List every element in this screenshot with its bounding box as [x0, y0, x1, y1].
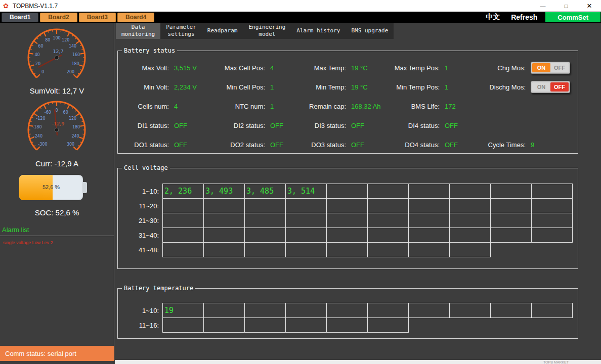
table-row: 1~10:2, 2363, 4933, 4853, 514	[119, 184, 573, 199]
status-field-value: OFF	[270, 122, 283, 129]
status-field: DO3 status:OFF	[295, 141, 384, 149]
value-cell	[244, 228, 286, 243]
value-cell	[326, 242, 368, 257]
off-segment[interactable]: OFF	[550, 82, 569, 92]
value-cell	[285, 213, 327, 228]
current-label: Curr: -12,9 A	[0, 159, 114, 168]
tab-data-monitoring[interactable]: Data monitoring	[116, 23, 160, 39]
sidebar: 02040608010012014016018020012,7 SumVolt:…	[0, 23, 114, 364]
status-field-value: OFF	[351, 122, 364, 129]
svg-text:240: 240	[71, 134, 79, 139]
status-field-label: BMS Life:	[384, 103, 440, 110]
alarm-list[interactable]: single voltage Low Lev 2	[0, 236, 114, 345]
cell-voltage-group: Cell voltage 1~10:2, 2363, 4933, 4853, 5…	[117, 168, 578, 269]
status-field-label: NTC num:	[214, 103, 265, 110]
svg-text:120: 120	[69, 116, 76, 121]
svg-text:-240: -240	[33, 134, 42, 139]
value-cell	[449, 228, 491, 243]
status-field-label: DO1 status:	[126, 141, 169, 149]
board-tab-board1[interactable]: Board1	[2, 13, 38, 22]
comm-status-button[interactable]: Comm status: serial port	[0, 346, 114, 361]
off-segment[interactable]: OFF	[550, 63, 569, 72]
status-field-label: DI4 status:	[384, 122, 440, 129]
status-field: DO2 status:OFF	[214, 141, 295, 149]
status-field: Max Volt:3,515 V	[126, 64, 214, 72]
tab-parameter-settings[interactable]: Parameter settings	[160, 23, 202, 39]
value-cell	[531, 228, 573, 243]
svg-text:60: 60	[38, 44, 43, 49]
value-cell	[449, 242, 491, 257]
chg-mos-switch[interactable]: ONOFF	[531, 62, 570, 74]
svg-text:0: 0	[55, 108, 58, 113]
board-tab-board3[interactable]: Board3	[79, 13, 116, 22]
status-field: DI3 status:OFF	[295, 122, 384, 129]
value-cell	[285, 228, 327, 243]
close-button[interactable]: ✕	[578, 0, 601, 12]
status-field-value: 4	[174, 103, 178, 110]
status-field-label: Max Temp Pos:	[384, 64, 440, 72]
svg-text:-120: -120	[36, 116, 45, 121]
status-field: Min Cell Pos:1	[214, 83, 295, 91]
commset-button[interactable]: CommSet	[545, 12, 600, 22]
value-cell	[490, 198, 532, 213]
voltage-gauge: 02040608010012014016018020012,7	[14, 25, 99, 90]
value-cell	[285, 317, 327, 333]
dischg-mos-switch[interactable]: ONOFF	[531, 81, 570, 93]
status-field-value: 1	[270, 83, 274, 91]
value-cell	[408, 198, 450, 213]
status-field-label: DO3 status:	[295, 141, 346, 149]
value-cell	[244, 303, 286, 318]
tab-readparam[interactable]: Readparam	[202, 23, 243, 39]
on-segment[interactable]: ON	[532, 82, 550, 92]
board-tabs: Board1Board2Board3Board4	[0, 12, 154, 23]
value-cell	[408, 184, 450, 199]
status-field-label: DO4 status:	[384, 141, 440, 149]
table-row: 41~48:	[119, 242, 573, 257]
value-cell	[244, 242, 286, 257]
value-cell	[285, 303, 327, 318]
topbar-actions: 中文 Refresh CommSet	[486, 12, 601, 23]
status-field-value: OFF	[445, 141, 458, 149]
cell-voltage-table: 1~10:2, 2363, 4933, 4853, 51411~20:21~30…	[119, 184, 573, 257]
value-cell	[326, 198, 368, 213]
maximize-button[interactable]: □	[554, 0, 578, 12]
value-cell	[449, 184, 491, 199]
app-icon: ✿	[3, 3, 9, 9]
battery-status-grid: Max Volt:3,515 VMax Cell Pos:4Max Temp:1…	[126, 58, 574, 152]
value-cell	[531, 213, 573, 228]
status-field-value: OFF	[445, 122, 458, 129]
svg-text:-12,9: -12,9	[52, 121, 65, 126]
titlebar: ✿ TOPBMS-V1.1.7 — □ ✕	[0, 0, 601, 12]
status-field: BMS Life:172	[384, 103, 478, 110]
tab-alarm-history[interactable]: Alarm history	[291, 23, 346, 39]
status-field-label: Min Cell Pos:	[214, 83, 265, 91]
status-field-label: Cycle Times:	[478, 141, 526, 149]
svg-text:-60: -60	[45, 110, 51, 115]
status-field: Max Temp Pos:1	[384, 64, 478, 72]
on-segment[interactable]: ON	[532, 63, 550, 72]
status-field-label: DI3 status:	[295, 122, 346, 129]
minimize-button[interactable]: —	[531, 0, 554, 12]
battery-temperature-group: Battery temperature 1~10:1911~16:	[117, 288, 578, 339]
board-tab-board2[interactable]: Board2	[40, 13, 77, 22]
row-label: 1~10:	[119, 184, 162, 199]
tab-bms-upgrade[interactable]: BMS upgrade	[346, 23, 394, 39]
alarm-list-title: Alarm list	[2, 226, 29, 234]
tab-engineering-model[interactable]: Engineering model	[243, 23, 291, 39]
svg-text:300: 300	[67, 142, 74, 147]
value-cell	[326, 228, 368, 243]
svg-text:140: 140	[69, 44, 76, 49]
table-row: 31~40:	[119, 228, 573, 243]
status-field-value: 3,515 V	[174, 64, 197, 72]
value-cell	[285, 242, 327, 257]
value-cell	[408, 303, 450, 318]
value-cell	[285, 198, 327, 213]
table-row: 21~30:	[119, 213, 573, 228]
status-field-value: OFF	[174, 122, 187, 129]
board-tab-board4[interactable]: Board4	[117, 13, 154, 22]
language-toggle[interactable]: 中文	[486, 13, 500, 22]
value-cell	[326, 317, 368, 333]
value-cell	[162, 242, 204, 257]
refresh-button[interactable]: Refresh	[511, 13, 537, 21]
status-field-value: 9	[531, 141, 534, 149]
